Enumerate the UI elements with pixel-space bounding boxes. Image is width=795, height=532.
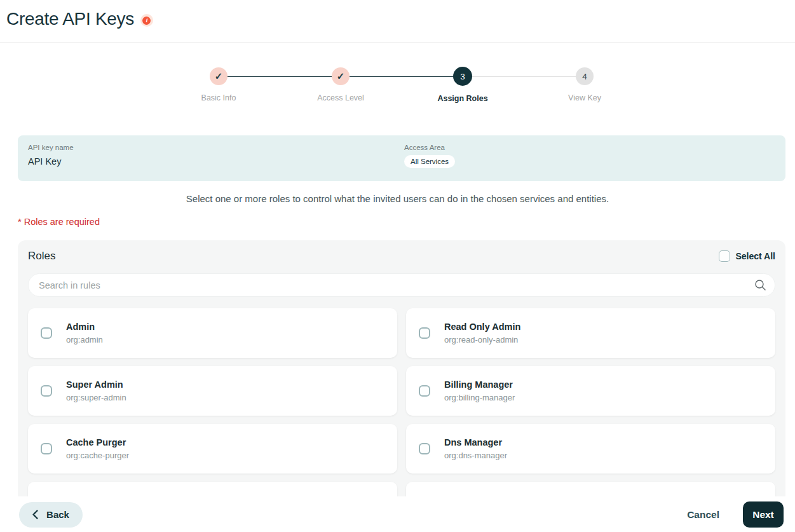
summary-api-key-name: API key name API Key <box>28 144 404 173</box>
info-icon[interactable]: i <box>140 14 153 27</box>
step-assign-roles: 3 Assign Roles <box>418 67 507 103</box>
step-number: 4 <box>576 67 594 85</box>
back-button[interactable]: Back <box>19 502 83 528</box>
role-id: org:admin <box>66 335 103 344</box>
role-card-admin[interactable]: Admin org:admin <box>28 308 397 358</box>
cancel-button[interactable]: Cancel <box>687 509 719 521</box>
role-checkbox[interactable] <box>41 385 52 397</box>
search-input[interactable] <box>39 280 754 290</box>
field-value: API Key <box>28 156 404 167</box>
roles-search-bar <box>28 273 775 297</box>
role-title: Super Admin <box>66 379 126 390</box>
role-id: org:cache-purger <box>66 451 129 460</box>
page-header: Create API Keys i <box>0 0 795 43</box>
role-title: Admin <box>66 322 103 332</box>
check-icon: ✓ <box>332 67 350 85</box>
step-view-key: 4 View Key <box>540 67 629 102</box>
role-card-billing-manager[interactable]: Billing Manager org:billing-manager <box>406 366 775 416</box>
role-card-partial[interactable] <box>28 482 397 496</box>
instruction-text: Select one or more roles to control what… <box>0 193 795 204</box>
role-checkbox[interactable] <box>41 443 52 454</box>
summary-access-area: Access Area All Services <box>404 144 455 173</box>
role-checkbox[interactable] <box>419 443 430 454</box>
role-card-cache-purger[interactable]: Cache Purger org:cache-purger <box>28 424 397 474</box>
roles-required-note: * Roles are required <box>18 217 795 227</box>
role-checkbox[interactable] <box>41 327 52 339</box>
select-all-label: Select All <box>735 251 775 261</box>
step-number: 3 <box>453 67 472 86</box>
page-title: Create API Keys <box>6 9 134 29</box>
role-id: org:dns-manager <box>444 451 507 460</box>
role-id: org:super-admin <box>66 393 126 402</box>
field-label: Access Area <box>404 144 455 151</box>
role-title: Cache Purger <box>66 437 129 447</box>
role-title: Read Only Admin <box>444 322 520 332</box>
step-label: Assign Roles <box>418 94 507 103</box>
role-card-dns-manager[interactable]: Dns Manager org:dns-manager <box>406 424 775 474</box>
step-basic-info: ✓ Basic Info <box>174 67 263 102</box>
select-all-control[interactable]: Select All <box>719 250 775 262</box>
check-icon: ✓ <box>210 67 228 85</box>
step-label: Access Level <box>296 93 385 102</box>
wizard-stepper: ✓ Basic Info ✓ Access Level 3 Assign Rol… <box>0 43 795 106</box>
roles-panel-title: Roles <box>28 250 55 263</box>
select-all-checkbox[interactable] <box>719 250 730 262</box>
role-card-read-only-admin[interactable]: Read Only Admin org:read-only-admin <box>406 308 775 358</box>
role-card-super-admin[interactable]: Super Admin org:super-admin <box>28 366 397 416</box>
search-icon <box>754 279 766 291</box>
role-checkbox[interactable] <box>419 327 430 339</box>
role-id: org:read-only-admin <box>444 335 520 344</box>
create-api-keys-page: Create API Keys i ✓ Basic Info ✓ Access … <box>0 0 795 532</box>
step-access-level: ✓ Access Level <box>296 67 385 102</box>
roles-grid: Admin org:admin Read Only Admin org:read… <box>28 308 775 496</box>
next-button[interactable]: Next <box>743 501 784 528</box>
role-checkbox[interactable] <box>419 385 430 397</box>
step-label: Basic Info <box>174 93 263 102</box>
field-label: API key name <box>28 144 404 151</box>
role-title: Dns Manager <box>444 437 507 447</box>
role-id: org:billing-manager <box>444 393 515 402</box>
role-card-partial[interactable] <box>406 482 775 496</box>
access-area-chip: All Services <box>404 155 455 168</box>
back-button-label: Back <box>46 509 69 520</box>
roles-panel: Roles Select All Admin org:admin <box>18 240 785 496</box>
role-title: Billing Manager <box>444 379 515 390</box>
wizard-footer: Back Cancel Next <box>0 497 795 532</box>
chevron-left-icon <box>32 510 38 519</box>
summary-bar: API key name API Key Access Area All Ser… <box>18 135 785 181</box>
step-label: View Key <box>540 93 629 102</box>
